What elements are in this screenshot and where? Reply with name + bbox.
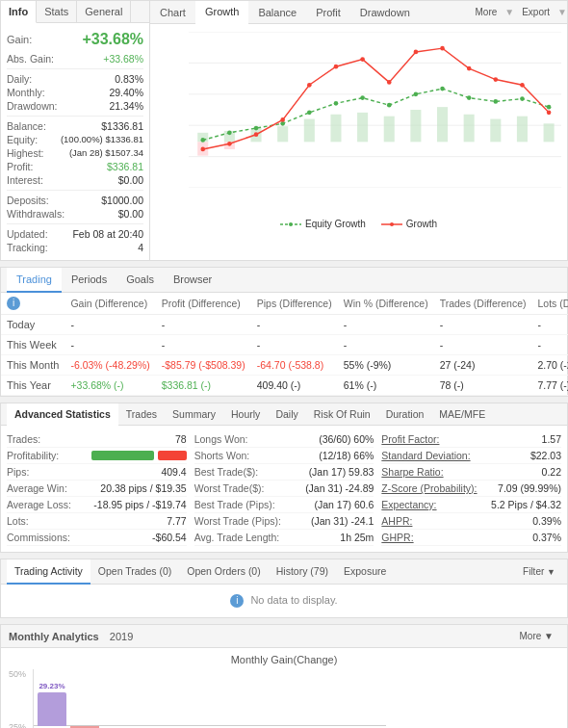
today-lots: - <box>532 315 568 335</box>
adv-tab-main[interactable]: Advanced Statistics <box>7 403 118 426</box>
export-button[interactable]: Export <box>514 3 557 21</box>
svg-rect-24 <box>544 123 555 142</box>
activity-tab-exposure[interactable]: Exposure <box>336 559 394 584</box>
monthly-more-icon: ▼ <box>544 631 554 641</box>
adv-sharpe-label[interactable]: Sharpe Ratio: <box>381 466 443 478</box>
today-profit: - <box>156 315 251 335</box>
period-today: Today <box>1 315 65 335</box>
activity-tab-open-orders[interactable]: Open Orders (0) <box>179 559 268 584</box>
period-month: This Month <box>1 355 65 376</box>
svg-rect-22 <box>490 119 501 143</box>
today-pips: - <box>251 315 338 335</box>
adv-tab-daily[interactable]: Daily <box>268 403 305 425</box>
adv-avg-win-row: Average Win: 20.38 pips / $19.35 <box>7 481 187 497</box>
adv-ahpr-value: 0.39% <box>532 515 561 527</box>
week-profit: - <box>156 335 251 355</box>
monthly-more-button[interactable]: More ▼ <box>514 629 559 643</box>
profit-value: $336.81 <box>107 161 143 172</box>
adv-ghpr-label[interactable]: GHPR: <box>381 532 413 543</box>
adv-commissions-row: Commissions: -$60.54 <box>7 530 187 546</box>
trading-tab-goals[interactable]: Goals <box>116 268 164 292</box>
svg-point-46 <box>334 65 339 69</box>
adv-std-dev-label[interactable]: Standard Deviation: <box>381 450 470 461</box>
chart-tab-profit[interactable]: Profit <box>306 2 350 23</box>
drawdown-row: Drawdown: 21.34% <box>7 99 143 113</box>
adv-tab-risk[interactable]: Risk Of Ruin <box>306 403 378 425</box>
svg-rect-15 <box>304 119 315 143</box>
adv-worst-trade-usd-label: Worst Trade($): <box>194 482 265 494</box>
adv-ahpr-row: AHPR: 0.39% <box>381 513 561 530</box>
svg-point-52 <box>494 77 499 82</box>
trading-tab-trading[interactable]: Trading <box>7 268 62 293</box>
monthly-label: Monthly: <box>7 87 45 98</box>
chart-legend: Equity Growth Growth <box>150 217 567 233</box>
adv-tab-duration[interactable]: Duration <box>378 403 432 425</box>
adv-zscore-label[interactable]: Z-Score (Probability): <box>381 482 477 494</box>
more-button[interactable]: More <box>467 3 504 21</box>
monthly-year[interactable]: 2019 <box>110 631 133 642</box>
adv-worst-trade-pips-label: Worst Trade (Pips): <box>194 515 281 527</box>
week-pips: - <box>251 335 338 355</box>
adv-best-trade-pips-value: (Jan 17) 60.6 <box>314 499 374 510</box>
adv-tab-summary[interactable]: Summary <box>165 403 223 425</box>
table-row: This Month -6.03% (-48.29%) -$85.79 (-$5… <box>1 355 568 376</box>
svg-point-49 <box>414 50 419 55</box>
activity-tab-bar: Trading Activity Open Trades (0) Open Or… <box>7 559 394 584</box>
today-gain: - <box>65 315 155 335</box>
no-data-message: i No data to display. <box>1 585 567 617</box>
adv-worst-trade-pips-value: (Jan 31) -24.1 <box>311 515 374 527</box>
adv-ahpr-label[interactable]: AHPR: <box>381 515 412 527</box>
tab-stats[interactable]: Stats <box>37 1 77 22</box>
daily-label: Daily: <box>7 73 32 85</box>
activity-tab-main[interactable]: Trading Activity <box>7 559 90 585</box>
adv-avg-win-value: 20.38 pips / $19.35 <box>100 482 186 494</box>
no-data-info-icon: i <box>230 594 244 608</box>
adv-tab-mae[interactable]: MAE/MFE <box>431 403 493 425</box>
month-pips: -64.70 (-538.8) <box>251 355 338 376</box>
trading-tab-periods[interactable]: Periods <box>62 268 116 292</box>
activity-tab-history[interactable]: History (79) <box>269 559 336 584</box>
adv-right: Profit Factor: 1.57 Standard Deviation: … <box>381 431 561 546</box>
trading-tab-browser[interactable]: Browser <box>164 268 221 292</box>
profit-bar-green <box>91 451 154 460</box>
info-table: Gain: +33.68% Abs. Gain: +33.68% Daily: … <box>1 23 149 260</box>
tracking-value: 4 <box>138 242 143 253</box>
adv-sharpe-value: 0.22 <box>542 466 561 478</box>
interest-row: Interest: $0.00 <box>7 173 143 187</box>
adv-profit-factor-label[interactable]: Profit Factor: <box>381 433 439 445</box>
filter-label: Filter <box>523 566 544 577</box>
today-trades: - <box>434 315 532 335</box>
tab-info[interactable]: Info <box>1 1 37 23</box>
balance-value: $1336.81 <box>101 120 143 132</box>
chart-tab-drawdown[interactable]: Drawdown <box>350 2 420 23</box>
adv-tab-trades[interactable]: Trades <box>118 403 165 425</box>
adv-pips-label: Pips: <box>7 466 29 478</box>
adv-expectancy-label[interactable]: Expectancy: <box>381 499 436 510</box>
adv-tab-hourly[interactable]: Hourly <box>223 403 268 425</box>
drawdown-label: Drawdown: <box>7 100 58 112</box>
svg-point-28 <box>227 130 232 135</box>
table-row: This Year +33.68% (-) $336.81 (-) 409.40… <box>1 376 568 396</box>
adv-best-trade-usd-value: (Jan 17) 59.83 <box>309 466 374 478</box>
adv-worst-trade-usd-row: Worst Trade($): (Jan 31) -24.89 <box>194 481 374 497</box>
chart-tab-growth[interactable]: Growth <box>195 1 248 24</box>
svg-point-53 <box>520 83 525 88</box>
activity-tab-open-trades[interactable]: Open Trades (0) <box>90 559 179 584</box>
adv-avg-trade-length-label: Avg. Trade Length: <box>194 532 280 543</box>
chart-tab-balance[interactable]: Balance <box>248 2 306 23</box>
updated-row: Updated: Feb 08 at 20:40 <box>7 227 143 241</box>
svg-rect-14 <box>277 126 288 142</box>
svg-point-37 <box>467 95 472 100</box>
legend-growth: Growth <box>381 219 437 229</box>
chart-tab-chart[interactable]: Chart <box>150 2 195 23</box>
adv-avg-win-label: Average Win: <box>7 482 67 494</box>
adv-lots-row: Lots: 7.77 <box>7 513 187 530</box>
withdrawals-value: $0.00 <box>118 208 143 220</box>
tab-general[interactable]: General <box>77 1 131 22</box>
filter-button[interactable]: Filter ▼ <box>517 563 561 580</box>
svg-point-39 <box>520 96 525 101</box>
adv-trades-value: 78 <box>175 433 187 445</box>
legend-equity-growth-label: Equity Growth <box>305 219 366 229</box>
tracking-label: Tracking: <box>7 242 48 253</box>
svg-rect-17 <box>357 113 368 142</box>
